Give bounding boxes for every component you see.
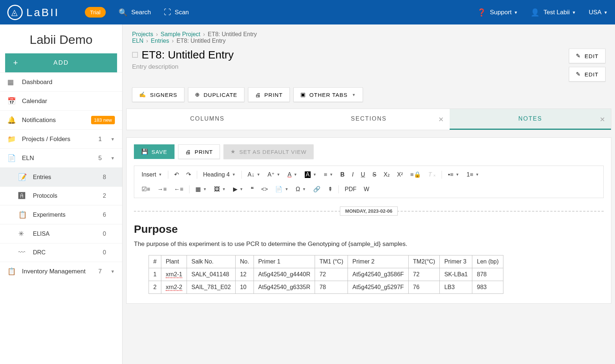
sidebar-item-calendar[interactable]: 📅 Calendar bbox=[0, 91, 122, 110]
pagebreak-button[interactable]: ⇞ bbox=[325, 183, 335, 195]
italic-button[interactable]: I bbox=[349, 169, 356, 180]
table-row: 1 xrn2-1 SALK_041148 12 At5g42540_g4440R… bbox=[149, 268, 503, 281]
sidebar-item-entries[interactable]: 📝 Entries 8 bbox=[0, 167, 122, 186]
image-menu[interactable]: 🖼▼ bbox=[211, 184, 229, 195]
caret-down-icon: ▼ bbox=[604, 10, 608, 15]
sidebar-item-protocols[interactable]: 🅰 Protocols 2 bbox=[0, 186, 122, 205]
export-pdf-button[interactable]: PDF bbox=[342, 184, 359, 195]
region-menu[interactable]: USA ▼ bbox=[589, 9, 608, 16]
clear-format-button[interactable]: Tₓ bbox=[425, 169, 439, 180]
outdent-button[interactable]: ←≡ bbox=[171, 184, 186, 195]
video-menu[interactable]: ▶▼ bbox=[230, 183, 246, 195]
pencil-icon: ✎ bbox=[576, 71, 581, 77]
help-button[interactable]: ❓ Support ▼ bbox=[477, 8, 518, 17]
star-icon: ★ bbox=[230, 148, 236, 155]
pencil-icon: ✎ bbox=[576, 53, 581, 59]
add-button[interactable]: + ADD bbox=[5, 53, 117, 72]
sidebar-item-notifications[interactable]: 🔔 Notifications 183 new bbox=[0, 110, 122, 129]
close-icon[interactable]: ✕ bbox=[438, 115, 445, 124]
topbar: ◬ LaBII Trial 🔍 Search ⛶ Scan ❓ Support … bbox=[0, 0, 615, 24]
user-menu[interactable]: 👤 Test Labii ▼ bbox=[530, 8, 576, 17]
sidebar-item-experiments[interactable]: 📋 Experiments 6 bbox=[0, 205, 122, 224]
align-menu[interactable]: ≡▼ bbox=[321, 169, 336, 180]
chart-icon: 〰 bbox=[18, 249, 28, 257]
purpose-text: The purpose of this experiment is to use… bbox=[134, 240, 604, 248]
sidebar-item-drc[interactable]: 〰 DRC 0 bbox=[0, 243, 122, 262]
tab-sections[interactable]: SECTIONS ✕ bbox=[288, 109, 449, 130]
bold-button[interactable]: B bbox=[337, 169, 348, 180]
template-menu[interactable]: 📄▼ bbox=[272, 183, 291, 195]
date-divider: MONDAY, 2023-02-06 bbox=[134, 208, 604, 214]
font-color-menu[interactable]: A▼ bbox=[285, 169, 300, 180]
tabs: COLUMNS SECTIONS ✕ NOTES ✕ bbox=[126, 109, 611, 130]
breadcrumb-entries[interactable]: Entries bbox=[151, 38, 169, 44]
print-icon: 🖨 bbox=[255, 92, 261, 98]
search-button[interactable]: 🔍 Search bbox=[119, 8, 151, 17]
link-button[interactable]: 🔗 bbox=[310, 183, 323, 195]
breadcrumb-eln[interactable]: ELN bbox=[132, 38, 143, 44]
help-icon: ❓ bbox=[477, 8, 486, 17]
bullet-list-menu[interactable]: •≡▼ bbox=[445, 169, 462, 180]
calendar-icon: 📅 bbox=[7, 97, 17, 105]
breadcrumb-sample-project[interactable]: Sample Project bbox=[161, 31, 200, 37]
sidebar-item-projects[interactable]: 📁 Projects / Folders 1 ▼ bbox=[0, 129, 122, 148]
lock-format-button[interactable]: ≡🔒 bbox=[407, 169, 424, 180]
editor: 💾SAVE 🖨PRINT ★SET AS DEFAULT VIEW Insert… bbox=[126, 137, 611, 304]
sidebar-item-elisa[interactable]: ✳ ELISA 0 bbox=[0, 224, 122, 243]
print-icon: 🖨 bbox=[185, 149, 191, 155]
breadcrumb-current-2: ET8: Untitled Entry bbox=[176, 38, 225, 44]
duplicate-icon: ⊕ bbox=[195, 91, 200, 98]
number-list-menu[interactable]: 1≡▼ bbox=[464, 169, 482, 180]
symbol-menu[interactable]: Ω▼ bbox=[293, 184, 309, 195]
inventory-icon: 📋 bbox=[7, 267, 17, 276]
org-title[interactable]: Labii Demo bbox=[0, 24, 122, 53]
table-row: 2 xrn2-2 SAIL_781_E02 10 At5g42540_g6335… bbox=[149, 281, 503, 294]
indent-button[interactable]: →≡ bbox=[154, 184, 169, 195]
scan-button[interactable]: ⛶ Scan bbox=[164, 8, 189, 16]
quote-button[interactable]: ❝ bbox=[248, 183, 257, 195]
print-button[interactable]: 🖨PRINT bbox=[248, 87, 290, 102]
purpose-heading: Purpose bbox=[134, 223, 604, 235]
superscript-button[interactable]: X² bbox=[394, 169, 406, 180]
close-icon[interactable]: ✕ bbox=[600, 115, 606, 124]
font-family-menu[interactable]: A↓▼ bbox=[245, 169, 263, 180]
sidebar-item-eln[interactable]: 📄 ELN 5 ▼ bbox=[0, 148, 122, 167]
logo[interactable]: ◬ LaBII bbox=[7, 5, 59, 20]
strikethrough-button[interactable]: S bbox=[370, 169, 379, 180]
underline-button[interactable]: U bbox=[358, 169, 368, 180]
insert-menu[interactable]: Insert▼ bbox=[139, 169, 165, 180]
document-icon: 📄 bbox=[7, 154, 17, 162]
redo-button[interactable]: ↷ bbox=[183, 169, 194, 180]
sidebar-item-dashboard[interactable]: ▦ Dashboard bbox=[0, 72, 122, 91]
signers-button[interactable]: ✍SIGNERS bbox=[132, 87, 184, 102]
qr-icon: ⛶ bbox=[164, 8, 171, 16]
checklist-button[interactable]: ☑≡ bbox=[139, 183, 153, 195]
duplicate-button[interactable]: ⊕DUPLICATE bbox=[188, 87, 244, 102]
tab-columns[interactable]: COLUMNS bbox=[127, 109, 288, 130]
edit-description-button[interactable]: ✎ EDIT bbox=[569, 67, 605, 81]
sidebar-item-inventory[interactable]: 📋 Inventory Management 7 ▼ bbox=[0, 262, 122, 281]
save-button[interactable]: 💾SAVE bbox=[134, 144, 175, 159]
undo-button[interactable]: ↶ bbox=[171, 169, 182, 180]
checkbox-icon[interactable] bbox=[132, 52, 138, 58]
table-header-row: # Plant Salk No. No. Primer 1 TM1 (°C) P… bbox=[149, 255, 503, 268]
other-tabs-button[interactable]: ▣OTHER TABS▼ bbox=[293, 87, 363, 102]
trial-badge[interactable]: Trial bbox=[85, 7, 106, 18]
font-size-menu[interactable]: A⁺▼ bbox=[265, 169, 283, 180]
edit-title-button[interactable]: ✎ EDIT bbox=[569, 49, 605, 63]
table-menu[interactable]: ▦▼ bbox=[192, 183, 210, 195]
document-content[interactable]: MONDAY, 2023-02-06 Purpose The purpose o… bbox=[127, 198, 611, 303]
tab-notes[interactable]: NOTES ✕ bbox=[450, 109, 611, 130]
code-button[interactable]: <> bbox=[258, 184, 271, 195]
subscript-button[interactable]: X₂ bbox=[381, 169, 393, 180]
note-icon: 📝 bbox=[18, 173, 28, 181]
editor-print-button[interactable]: 🖨PRINT bbox=[178, 144, 220, 159]
notification-count-badge: 183 new bbox=[91, 116, 115, 124]
main-content: Projects › Sample Project › ET8: Untitle… bbox=[123, 24, 615, 364]
heading-menu[interactable]: Heading 4▼ bbox=[200, 169, 239, 180]
data-table: # Plant Salk No. No. Primer 1 TM1 (°C) P… bbox=[149, 255, 503, 294]
set-default-view-button[interactable]: ★SET AS DEFAULT VIEW bbox=[224, 144, 314, 159]
export-word-button[interactable]: W bbox=[361, 184, 372, 195]
breadcrumb-projects[interactable]: Projects bbox=[132, 31, 153, 37]
highlight-menu[interactable]: A▼ bbox=[302, 169, 320, 180]
